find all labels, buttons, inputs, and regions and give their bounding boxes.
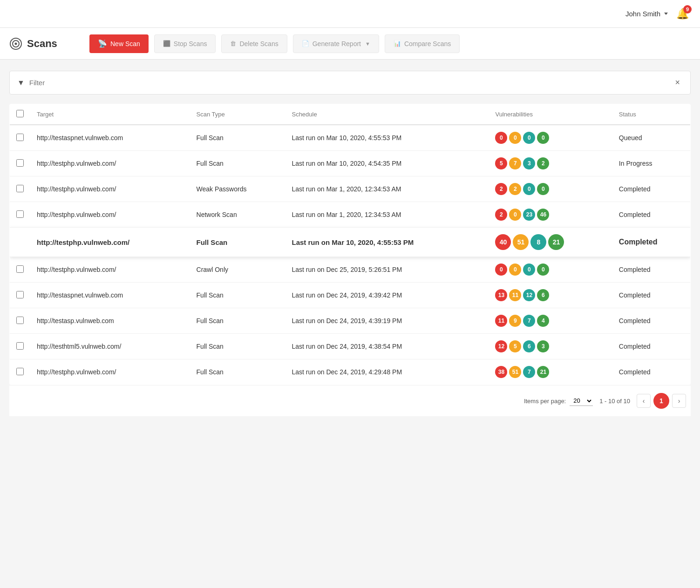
compare-scans-button[interactable]: 📊 Compare Scans [385, 34, 460, 53]
scans-icon [9, 37, 22, 50]
page-header: Scans 📡 New Scan ⬛ Stop Scans 🗑 Delete S… [0, 28, 700, 60]
vuln-badge-teal: 23 [523, 209, 535, 221]
stop-scans-button[interactable]: ⬛ Stop Scans [154, 34, 216, 53]
cell-target: http://testphp.vulnweb.com/ [30, 228, 190, 257]
table-row[interactable]: http://testaspnet.vulnweb.com Full Scan … [10, 283, 691, 308]
vuln-badge-red: 5 [495, 157, 507, 169]
page-nav: ‹ 1 › [637, 393, 686, 409]
vuln-badge-red: 0 [495, 264, 507, 276]
notification-badge: 9 [683, 5, 692, 14]
delete-scans-button[interactable]: 🗑 Delete Scans [221, 34, 287, 53]
table-row[interactable]: http://testphp.vulnweb.com/ Full Scan La… [10, 151, 691, 176]
cell-scan-type: Weak Passwords [190, 176, 285, 202]
items-per-page-label: Items per page: [524, 398, 566, 405]
cell-scan-type: Full Scan [190, 308, 285, 334]
cell-scan-type: Crawl Only [190, 257, 285, 283]
vuln-badge-teal: 0 [523, 132, 535, 144]
cell-status: Completed [612, 334, 691, 359]
col-vulnerabilities: Vulnerabilities [489, 104, 612, 125]
vuln-badge-teal: 8 [530, 234, 546, 250]
filter-input[interactable] [29, 79, 673, 87]
cell-schedule: Last run on Dec 25, 2019, 5:26:51 PM [285, 257, 489, 283]
table-row[interactable]: http://testaspnet.vulnweb.com Full Scan … [10, 125, 691, 151]
cell-vulnerabilities: 4051821 [489, 228, 612, 257]
table-row[interactable]: http://testphp.vulnweb.com/ Network Scan… [10, 202, 691, 228]
generate-report-button[interactable]: 📄 Generate Report ▼ [293, 34, 379, 53]
new-scan-button[interactable]: 📡 New Scan [89, 34, 149, 53]
pagination-bar: Items per page: 20 50 100 1 - 10 of 10 ‹… [9, 385, 691, 416]
row-checkbox[interactable] [16, 342, 24, 350]
user-name: John Smith [625, 10, 660, 18]
next-page-button[interactable]: › [672, 394, 686, 408]
chevron-down-icon [664, 13, 668, 15]
notification-bell[interactable]: 🔔 9 [676, 8, 689, 20]
row-checkbox[interactable] [16, 185, 24, 192]
cell-vulnerabilities: 1311126 [489, 283, 612, 308]
table-row[interactable]: http://testphp.vulnweb.com/ Full Scan La… [10, 359, 691, 385]
cell-status: Completed [612, 228, 691, 257]
cell-scan-type: Full Scan [190, 334, 285, 359]
cell-target: http://testphp.vulnweb.com/ [30, 359, 190, 385]
vuln-badge-orange: 2 [509, 183, 521, 195]
cell-status: Completed [612, 359, 691, 385]
row-checkbox[interactable] [16, 265, 24, 273]
vuln-badge-green: 3 [537, 340, 549, 352]
row-checkbox[interactable] [16, 368, 24, 375]
cell-schedule: Last run on Dec 24, 2019, 4:29:48 PM [285, 359, 489, 385]
filter-clear-button[interactable]: × [672, 77, 683, 88]
table-row[interactable]: http://testasp.vulnweb.com Full Scan Las… [10, 308, 691, 334]
vuln-badge-red: 40 [495, 234, 511, 250]
filter-bar: ▼ × [9, 71, 691, 95]
dropdown-arrow-icon: ▼ [365, 41, 370, 47]
cell-status: Completed [612, 202, 691, 228]
vuln-badge-green: 21 [537, 366, 549, 378]
per-page-select[interactable]: 20 50 100 [570, 396, 593, 406]
vuln-badge-red: 12 [495, 340, 507, 352]
vuln-badge-green: 6 [537, 289, 549, 301]
cell-scan-type: Full Scan [190, 228, 285, 257]
row-checkbox[interactable] [16, 291, 24, 298]
vuln-badge-green: 0 [537, 132, 549, 144]
table-row[interactable]: http://testhtml5.vulnweb.com/ Full Scan … [10, 334, 691, 359]
vuln-badge-orange: 51 [509, 366, 521, 378]
cell-vulnerabilities: 2200 [489, 176, 612, 202]
main-content: ▼ × Target Scan Type Schedule Vulnerabil… [0, 60, 700, 427]
row-checkbox[interactable] [16, 317, 24, 324]
page-1-button[interactable]: 1 [653, 393, 669, 409]
cell-schedule: Last run on Mar 10, 2020, 4:54:35 PM [285, 151, 489, 176]
vuln-badge-teal: 0 [523, 183, 535, 195]
vuln-badge-teal: 7 [523, 366, 535, 378]
cell-scan-type: Full Scan [190, 151, 285, 176]
col-status: Status [612, 104, 691, 125]
row-checkbox[interactable] [16, 210, 24, 218]
cell-schedule: Last run on Mar 1, 2020, 12:34:53 AM [285, 176, 489, 202]
cell-target: http://testaspnet.vulnweb.com [30, 283, 190, 308]
cell-scan-type: Full Scan [190, 359, 285, 385]
table-row[interactable]: http://testphp.vulnweb.com/ Weak Passwor… [10, 176, 691, 202]
vuln-badge-green: 0 [537, 183, 549, 195]
cell-target: http://testphp.vulnweb.com/ [30, 202, 190, 228]
select-all-checkbox[interactable] [16, 110, 24, 117]
vuln-badge-teal: 0 [523, 264, 535, 276]
row-checkbox[interactable] [16, 134, 24, 141]
table-header-row: Target Scan Type Schedule Vulnerabilitie… [10, 104, 691, 125]
cell-schedule: Last run on Mar 10, 2020, 4:55:53 PM [285, 125, 489, 151]
vuln-badge-red: 2 [495, 183, 507, 195]
vuln-badge-orange: 0 [509, 264, 521, 276]
cell-scan-type: Network Scan [190, 202, 285, 228]
prev-page-button[interactable]: ‹ [637, 394, 651, 408]
table-row[interactable]: http://testphp.vulnweb.com/ Crawl Only L… [10, 257, 691, 283]
page-title-area: Scans [9, 37, 84, 50]
new-scan-icon: 📡 [98, 39, 107, 48]
cell-scan-type: Full Scan [190, 125, 285, 151]
cell-status: In Progress [612, 151, 691, 176]
cell-vulnerabilities: 12563 [489, 334, 612, 359]
cell-target: http://testaspnet.vulnweb.com [30, 125, 190, 151]
vuln-badge-green: 46 [537, 209, 549, 221]
table-row[interactable]: http://testphp.vulnweb.com/ Full Scan La… [10, 228, 691, 257]
cell-schedule: Last run on Mar 1, 2020, 12:34:53 AM [285, 202, 489, 228]
user-menu[interactable]: John Smith [625, 10, 668, 18]
row-checkbox[interactable] [16, 159, 24, 167]
cell-vulnerabilities: 0000 [489, 125, 612, 151]
vuln-badge-green: 0 [537, 264, 549, 276]
